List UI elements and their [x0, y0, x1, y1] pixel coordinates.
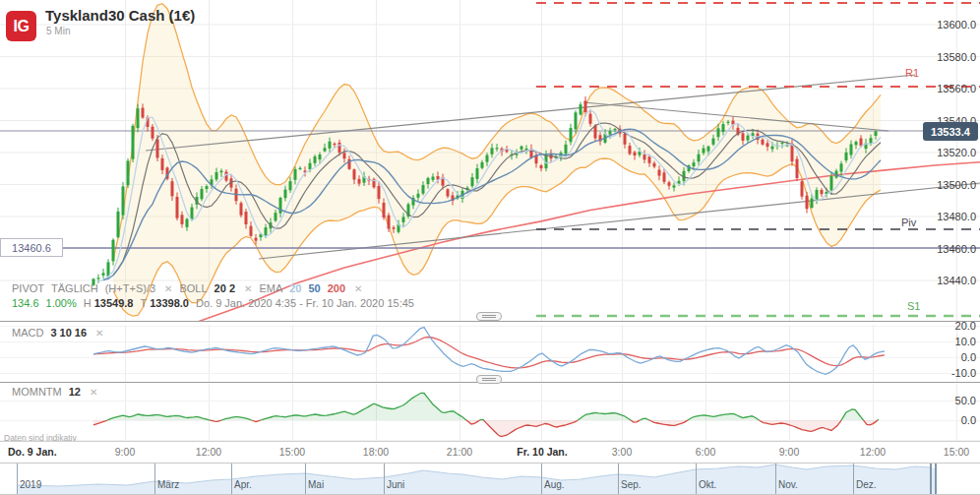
navigator-month-label: Nov. — [778, 479, 798, 490]
boll-indicator-params: 20 2 — [214, 282, 235, 295]
interval-label[interactable]: 5 Min — [46, 26, 70, 36]
time-axis-label: Fr. 10 Jan. — [517, 446, 567, 458]
price-axis-label: 13500.0 — [937, 179, 976, 191]
ema-indicator-name[interactable]: EMA — [259, 282, 282, 295]
change-value: 134.6 — [12, 297, 39, 310]
time-axis-label: 12:00 — [860, 446, 886, 458]
price-chart-canvas[interactable] — [0, 0, 980, 495]
navigator-month-label: März — [157, 479, 179, 490]
navigator-month-label: Juni — [387, 479, 404, 490]
price-axis-label: 13520.0 — [937, 147, 976, 158]
date-range: Do. 9 Jan. 2020 4:35 - Fr. 10 Jan. 2020 … — [196, 297, 414, 310]
time-axis-label: 15:00 — [944, 446, 969, 458]
momentum-indicator-params: 12 — [69, 386, 81, 399]
navigator-month-label: Dez. — [856, 479, 877, 490]
navigator-month-label: 2019 — [20, 479, 41, 490]
disclaimer-text: Daten sind indikativ — [4, 433, 77, 443]
price-axis-label: 13460.0 — [937, 243, 976, 255]
time-axis-label: 15:00 — [279, 446, 305, 458]
time-axis-label: 9:00 — [115, 446, 135, 458]
page-title: Tyskland30 Cash (1€) — [45, 7, 195, 24]
macd-pane — [93, 328, 885, 375]
price-level-box: 13460.6 — [0, 238, 63, 257]
pivot-level-label: R1 — [905, 67, 919, 79]
indicator-legend-row: PIVOT TÄGLICH (H+T+S)/3 ✕ BOLL 20 2 ✕ EM… — [12, 282, 363, 295]
navigator-month-label: Sep. — [621, 479, 642, 490]
price-axis-label: 13480.0 — [937, 211, 976, 222]
momentum-axis-label: 0.0 — [961, 414, 976, 426]
price-axis-label: 13560.0 — [937, 83, 976, 94]
pivot-indicator-name[interactable]: PIVOT — [12, 282, 44, 295]
time-axis-label: 18:00 — [363, 446, 389, 458]
ema200-param: 200 — [328, 282, 345, 295]
current-price-tag: 13533.4 — [923, 122, 978, 141]
pivot-level-label: Piv — [901, 217, 916, 228]
macd-indicator-params: 3 10 16 — [50, 327, 87, 340]
navigator-range-handle[interactable] — [930, 464, 932, 494]
close-icon[interactable]: ✕ — [164, 282, 172, 295]
change-percent: 1.00% — [46, 297, 77, 310]
ig-logo[interactable]: IG — [6, 11, 36, 41]
pane-splitter-handle[interactable] — [476, 375, 502, 384]
momentum-indicator-name[interactable]: MOMNTM — [12, 386, 62, 399]
low-label: T — [140, 297, 147, 310]
close-icon[interactable]: ✕ — [354, 282, 362, 295]
low-value: 13398.0 — [150, 297, 189, 310]
bollinger-band — [113, 4, 881, 317]
time-axis-label: 6:00 — [696, 446, 715, 458]
close-icon[interactable]: ✕ — [95, 327, 103, 340]
navigator[interactable] — [17, 464, 937, 494]
momentum-axis-label: 50.0 — [955, 395, 976, 406]
navigator-month-label: Aug. — [544, 479, 565, 490]
pivot-level-label: S1 — [907, 300, 920, 312]
macd-axis-label: 20.0 — [955, 320, 976, 332]
high-value: 13549.8 — [94, 297, 134, 310]
close-icon[interactable]: ✕ — [244, 282, 252, 295]
momentum-legend-row: MOMNTM 12 ✕ — [12, 386, 97, 399]
macd-legend-row: MACD 3 10 16 ✕ — [12, 327, 103, 340]
price-axis-label: 13580.0 — [937, 51, 976, 63]
time-axis-label: 9:00 — [779, 446, 799, 458]
pivot-indicator-mode[interactable]: TÄGLICH — [51, 282, 98, 295]
trading-chart-window: IG Tyskland30 Cash (1€) 5 Min PIVOT TÄGL… — [0, 0, 980, 495]
pivot-indicator-formula: (H+T+S)/3 — [105, 282, 155, 295]
momentum-pane — [93, 393, 879, 436]
high-label: H — [84, 297, 92, 310]
time-axis-label: 12:00 — [196, 446, 221, 458]
pane-splitter-handle[interactable] — [476, 312, 502, 321]
macd-indicator-name[interactable]: MACD — [12, 327, 43, 340]
macd-axis-label: 0.0 — [961, 351, 976, 363]
macd-axis-label: -10.0 — [951, 367, 976, 379]
close-icon[interactable]: ✕ — [90, 386, 97, 399]
status-row: 134.6 1.00% H 13549.8 T 13398.0 Do. 9 Ja… — [12, 297, 421, 310]
ema20-param: 20 — [289, 282, 301, 295]
navigator-month-label: Okt. — [699, 479, 716, 490]
boll-indicator-name[interactable]: BOLL — [179, 282, 207, 295]
navigator-month-label: Mai — [308, 479, 324, 490]
ema50-param: 50 — [309, 282, 321, 295]
time-axis-label: 3:00 — [612, 446, 632, 458]
macd-axis-label: 10.0 — [955, 336, 976, 347]
navigator-range-handle[interactable] — [935, 464, 937, 494]
navigator-month-label: Apr. — [234, 479, 252, 490]
price-axis-label: 13440.0 — [937, 275, 976, 286]
time-axis-label: 21:00 — [447, 446, 472, 458]
time-axis-label: Do. 9 Jan. — [8, 446, 57, 458]
price-axis-label: 13600.0 — [937, 19, 976, 31]
